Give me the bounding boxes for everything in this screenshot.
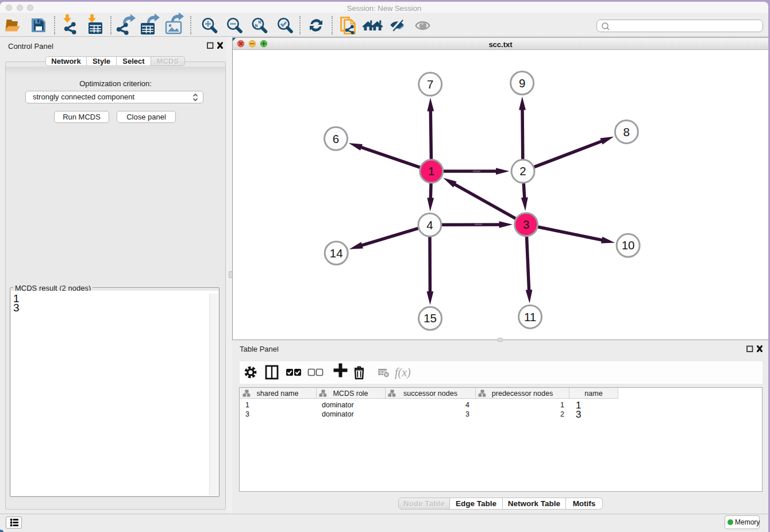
svg-text:shared name: shared name [257,390,299,398]
svg-text:1: 1 [428,164,434,178]
svg-text:15: 15 [424,311,437,325]
svg-text:11: 11 [524,310,536,323]
svg-text:6: 6 [333,132,339,145]
svg-text:14: 14 [330,246,343,260]
svg-text:4: 4 [426,218,433,232]
svg-text:8: 8 [623,125,630,138]
svg-text:predecessor nodes: predecessor nodes [492,390,553,398]
svg-text:name: name [584,390,602,398]
svg-text:2: 2 [519,164,526,178]
svg-text:f(x): f(x) [395,366,411,379]
svg-text:9: 9 [519,76,525,90]
svg-text:MCDS role: MCDS role [333,390,368,398]
svg-text:10: 10 [622,238,635,252]
svg-text:successor nodes: successor nodes [403,390,457,398]
svg-text:7: 7 [427,78,433,91]
svg-text:3: 3 [523,218,529,231]
